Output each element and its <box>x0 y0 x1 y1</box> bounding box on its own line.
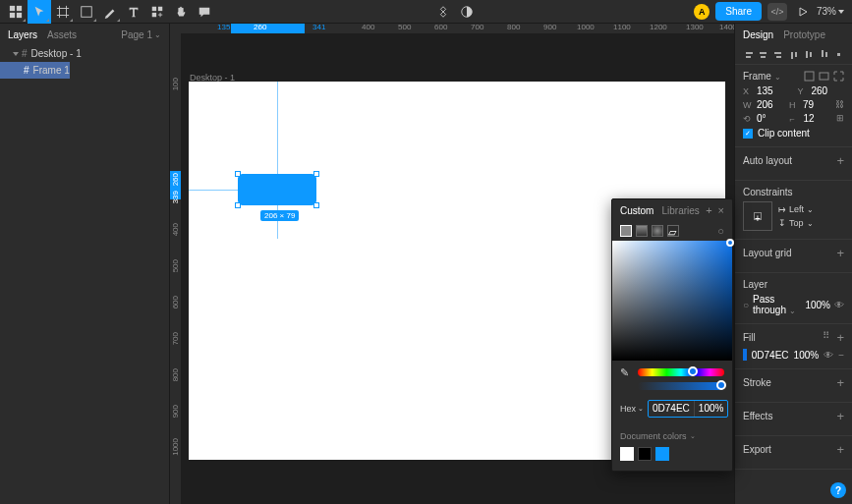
mask-icon[interactable] <box>455 0 479 24</box>
frame-section-title[interactable]: Frame ⌄ <box>743 71 781 82</box>
stroke-title: Stroke <box>743 377 771 388</box>
doc-colors-title[interactable]: Document colors⌄ <box>620 431 724 441</box>
pen-tool[interactable] <box>98 0 122 24</box>
dev-mode-button[interactable]: </> <box>767 3 787 21</box>
picker-add-icon[interactable]: + <box>706 204 711 216</box>
picker-close-icon[interactable]: × <box>718 204 724 216</box>
clip-content-label: Clip content <box>758 128 810 139</box>
picker-blend-icon[interactable]: ○ <box>717 225 724 237</box>
distribute-icon[interactable] <box>831 48 845 62</box>
hand-tool[interactable] <box>169 0 193 24</box>
y-input[interactable]: 260 <box>812 85 845 96</box>
h-input[interactable]: 79 <box>803 99 827 110</box>
picker-radial-icon[interactable] <box>652 225 663 237</box>
svg-rect-2 <box>10 12 15 17</box>
share-button[interactable]: Share <box>715 2 762 21</box>
hue-slider[interactable] <box>638 368 724 376</box>
present-button[interactable] <box>793 2 813 22</box>
layout-grid-add[interactable]: + <box>836 246 844 260</box>
doc-swatch-black[interactable] <box>638 447 652 461</box>
hex-input[interactable]: 0D74EC <box>649 401 694 417</box>
svg-rect-3 <box>17 12 22 17</box>
design-tab[interactable]: Design <box>743 29 773 40</box>
move-tool[interactable] <box>28 0 51 24</box>
svg-rect-1 <box>17 5 22 10</box>
picker-libraries-tab[interactable]: Libraries <box>661 205 699 216</box>
clip-content-checkbox[interactable]: ✓ <box>743 129 753 139</box>
doc-swatch-blue[interactable] <box>655 447 669 461</box>
doc-swatch-white[interactable] <box>620 447 634 461</box>
picker-saturation-field[interactable] <box>612 241 732 361</box>
assets-tab[interactable]: Assets <box>47 29 77 40</box>
layer-opacity[interactable]: 100% <box>805 300 830 310</box>
layer-desktop[interactable]: #Desktop - 1 <box>0 45 169 62</box>
zoom-control[interactable]: 73% <box>817 6 844 17</box>
constraints-title: Constraints <box>743 187 793 197</box>
shape-tool[interactable] <box>75 0 98 24</box>
rotation-icon: ⟲ <box>743 114 753 124</box>
hex-alpha-input[interactable]: 100% <box>694 401 728 417</box>
picker-linear-icon[interactable] <box>636 225 648 237</box>
auto-layout-add[interactable]: + <box>836 153 844 168</box>
fill-title: Fill <box>743 332 756 343</box>
align-right-icon[interactable] <box>771 48 785 62</box>
alpha-slider[interactable] <box>638 382 724 390</box>
selected-rectangle[interactable] <box>238 174 316 205</box>
align-top-icon[interactable] <box>786 48 800 62</box>
picker-solid-icon[interactable] <box>620 225 632 237</box>
constraint-v-select[interactable]: ↧ Top ⌄ <box>778 218 814 228</box>
lock-aspect-icon[interactable]: ⛓ <box>835 99 844 110</box>
user-avatar[interactable]: A <box>694 4 710 20</box>
align-left-icon[interactable] <box>742 48 756 62</box>
corner-detail-icon[interactable]: ⊞ <box>836 113 844 124</box>
comment-tool[interactable] <box>193 0 216 24</box>
constraint-diagram[interactable]: + <box>743 201 772 231</box>
component-icon[interactable] <box>431 0 455 24</box>
fill-add[interactable]: + <box>836 330 844 345</box>
effects-add[interactable]: + <box>836 409 844 423</box>
fill-hex[interactable]: 0D74EC <box>752 350 789 361</box>
w-input[interactable]: 206 <box>757 99 781 110</box>
layers-tab[interactable]: Layers <box>8 29 37 40</box>
main-menu-button[interactable] <box>4 0 28 24</box>
resize-expand-icon[interactable] <box>833 71 844 82</box>
resize-fit-icon[interactable] <box>804 71 815 82</box>
svg-rect-9 <box>805 72 814 81</box>
fill-swatch[interactable] <box>743 349 747 361</box>
visibility-icon[interactable]: 👁 <box>834 300 844 310</box>
fill-visibility-icon[interactable]: 👁 <box>824 350 833 361</box>
rotation-input[interactable]: 0° <box>757 113 782 124</box>
picker-custom-tab[interactable]: Custom <box>620 205 653 216</box>
svg-rect-5 <box>152 6 156 10</box>
color-picker-popup: Custom Libraries + × ▱ ○ ✎ Hex⌄ 0D74EC 1… <box>611 198 733 472</box>
layer-frame1[interactable]: #Frame 1 <box>0 62 70 79</box>
ruler-horizontal: 135 260 341 400 500 600 700 800 900 1000… <box>170 24 734 33</box>
constraint-h-select[interactable]: ↦ Left ⌄ <box>778 204 814 214</box>
fill-styles-icon[interactable]: ⠿ <box>823 330 830 345</box>
align-hcenter-icon[interactable] <box>757 48 770 62</box>
align-bottom-icon[interactable] <box>817 48 830 62</box>
export-add[interactable]: + <box>836 442 844 457</box>
blend-mode-select[interactable]: Pass through ⌄ <box>753 294 801 315</box>
prototype-tab[interactable]: Prototype <box>783 29 825 40</box>
frame-tool[interactable] <box>51 0 75 24</box>
auto-layout-title: Auto layout <box>743 155 792 166</box>
fill-remove-icon[interactable]: − <box>838 350 844 361</box>
fill-opacity[interactable]: 100% <box>794 350 820 361</box>
layout-grid-title: Layout grid <box>743 248 791 258</box>
svg-rect-7 <box>152 12 156 16</box>
page-selector[interactable]: Page 1⌄ <box>121 29 161 40</box>
hex-mode-select[interactable]: Hex⌄ <box>620 404 644 414</box>
text-tool[interactable] <box>122 0 145 24</box>
stroke-add[interactable]: + <box>836 375 844 390</box>
resources-tool[interactable] <box>145 0 169 24</box>
corner-input[interactable]: 12 <box>804 113 829 124</box>
resize-fill-icon[interactable] <box>819 71 829 82</box>
svg-rect-4 <box>82 6 92 17</box>
align-vcenter-icon[interactable] <box>802 48 816 62</box>
picker-image-icon[interactable]: ▱ <box>667 225 679 237</box>
help-button[interactable]: ? <box>830 482 846 498</box>
eyedropper-icon[interactable]: ✎ <box>620 366 632 378</box>
layer-section-title: Layer <box>743 279 767 290</box>
x-input[interactable]: 135 <box>757 85 790 96</box>
